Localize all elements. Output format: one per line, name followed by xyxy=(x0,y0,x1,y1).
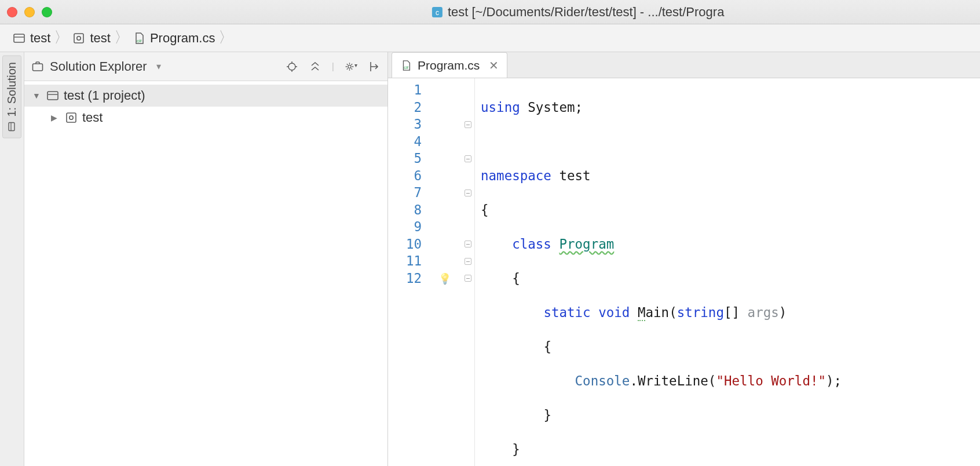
solution-tree: ▼ test (1 project) ▶ test xyxy=(24,81,387,132)
line-number: 2 xyxy=(388,99,422,116)
marker-gutter: 💡 xyxy=(429,78,461,466)
tree-solution-node[interactable]: ▼ test (1 project) xyxy=(24,85,387,107)
token-identifier: System xyxy=(528,100,575,115)
fold-toggle-icon[interactable] xyxy=(465,190,471,196)
tree-node-label: test (1 project) xyxy=(64,88,145,103)
solution-icon xyxy=(46,89,59,102)
gear-icon[interactable]: ▾ xyxy=(345,60,357,73)
line-number-gutter: 1 2 3 4 5 6 7 8 9 10 11 12 xyxy=(388,78,429,466)
fold-toggle-icon[interactable] xyxy=(465,258,471,265)
line-number: 8 xyxy=(388,202,422,219)
svg-point-9 xyxy=(348,65,351,68)
svg-rect-3 xyxy=(74,34,83,43)
window-close-button[interactable] xyxy=(7,7,17,17)
token-type: string xyxy=(677,305,724,320)
fold-toggle-icon[interactable] xyxy=(465,155,471,162)
explorer-title-text: Solution Explorer xyxy=(50,59,147,74)
briefcase-icon xyxy=(31,60,44,73)
solution-explorer-panel: Solution Explorer ▾ | ▾ ▼ test (1 projec… xyxy=(24,52,388,466)
breadcrumb-item[interactable]: c# Program.cs xyxy=(130,31,217,46)
code-content[interactable]: using System; namespace test { class Pro… xyxy=(475,78,842,466)
editor-tab[interactable]: c# Program.cs ✕ xyxy=(392,52,507,78)
tool-tab-label: 1: Solution xyxy=(5,62,19,117)
svg-point-4 xyxy=(77,36,81,39)
line-number: 1 xyxy=(388,82,422,99)
token-keyword: namespace xyxy=(481,168,551,183)
solution-tool-window-tab[interactable]: 1: Solution xyxy=(2,56,21,139)
collapse-all-icon[interactable] xyxy=(309,60,321,73)
titlebar: c test [~/Documents/Rider/test/test] - .… xyxy=(0,0,980,24)
expander-closed-icon[interactable]: ▶ xyxy=(51,113,60,122)
token-brace: { xyxy=(481,202,489,217)
window-minimize-button[interactable] xyxy=(24,7,35,17)
breadcrumb-item[interactable]: test xyxy=(10,31,53,46)
line-number: 11 xyxy=(388,253,422,270)
breadcrumb-label: test xyxy=(30,31,50,46)
explorer-toolbar: | ▾ xyxy=(286,60,381,73)
tree-project-node[interactable]: ▶ test xyxy=(24,107,387,129)
svg-text:c: c xyxy=(436,9,439,17)
window-controls xyxy=(7,7,52,17)
fold-toggle-icon[interactable] xyxy=(465,241,471,247)
lightbulb-icon[interactable]: 💡 xyxy=(438,270,451,287)
token-param: args xyxy=(748,305,779,320)
token-brace: { xyxy=(543,339,551,354)
editor-tab-label: Program.cs xyxy=(418,59,480,72)
breadcrumb-label: test xyxy=(90,31,110,46)
token-keyword: class xyxy=(512,236,551,252)
line-number: 9 xyxy=(388,219,422,236)
locate-icon[interactable] xyxy=(286,60,298,73)
token-keyword: using xyxy=(481,100,520,115)
token-punct: ) xyxy=(779,305,787,320)
token-method: WriteLine xyxy=(638,373,708,388)
line-number: 10 xyxy=(388,236,422,253)
svg-text:c#: c# xyxy=(137,38,142,43)
window-zoom-button[interactable] xyxy=(42,7,52,17)
fold-toggle-icon[interactable] xyxy=(465,275,471,282)
tree-node-label: test xyxy=(82,110,103,125)
token-brace: } xyxy=(512,442,520,457)
token-punct: ); xyxy=(826,373,842,388)
close-icon[interactable]: ✕ xyxy=(489,59,499,72)
window-title: c test [~/Documents/Rider/test/test] - .… xyxy=(432,5,724,20)
csharp-file-icon: c# xyxy=(400,60,412,71)
breadcrumb-separator-icon: 〉 xyxy=(54,27,69,48)
token-identifier: test xyxy=(559,168,590,183)
solution-icon xyxy=(13,32,25,45)
project-icon xyxy=(72,32,85,45)
svg-rect-2 xyxy=(14,34,24,42)
explorer-header: Solution Explorer ▾ | ▾ xyxy=(24,52,387,81)
token-type: Console xyxy=(575,373,630,388)
token-class: Program xyxy=(559,236,614,252)
editor-tabbar: c# Program.cs ✕ xyxy=(388,52,980,78)
svg-text:c#: c# xyxy=(404,65,408,70)
breadcrumb-label: Program.cs xyxy=(150,31,215,46)
fold-toggle-icon[interactable] xyxy=(465,121,471,128)
window-title-text: test [~/Documents/Rider/test/test] - ...… xyxy=(448,5,724,20)
token-punct: . xyxy=(630,373,638,388)
breadcrumb-separator-icon: 〉 xyxy=(218,27,233,48)
svg-rect-7 xyxy=(33,64,43,71)
line-number: 7 xyxy=(388,184,422,202)
project-icon xyxy=(65,111,78,124)
expander-open-icon[interactable]: ▼ xyxy=(32,91,42,100)
line-number: 3 xyxy=(388,116,422,133)
code-editor[interactable]: 1 2 3 4 5 6 7 8 9 10 11 12 💡 xyxy=(388,78,980,466)
hide-panel-icon[interactable] xyxy=(368,60,381,73)
token-method: ain xyxy=(645,305,669,320)
token-punct: ( xyxy=(708,373,716,388)
app-icon: c xyxy=(432,6,443,18)
svg-rect-11 xyxy=(67,113,76,122)
line-number: 5 xyxy=(388,150,422,168)
svg-rect-6 xyxy=(9,123,15,131)
token-punct: [] xyxy=(724,305,740,320)
editor-area: c# Program.cs ✕ 1 2 3 4 5 6 7 8 9 10 xyxy=(388,52,980,466)
token-string: "Hello World!" xyxy=(716,373,826,388)
explorer-title[interactable]: Solution Explorer ▾ xyxy=(31,59,280,74)
breadcrumb-item[interactable]: test xyxy=(70,31,112,46)
token-punct: ( xyxy=(669,305,677,320)
svg-point-8 xyxy=(288,63,295,70)
svg-rect-10 xyxy=(47,92,58,100)
line-number: 12 xyxy=(388,270,422,287)
chevron-down-icon: ▾ xyxy=(156,61,161,72)
